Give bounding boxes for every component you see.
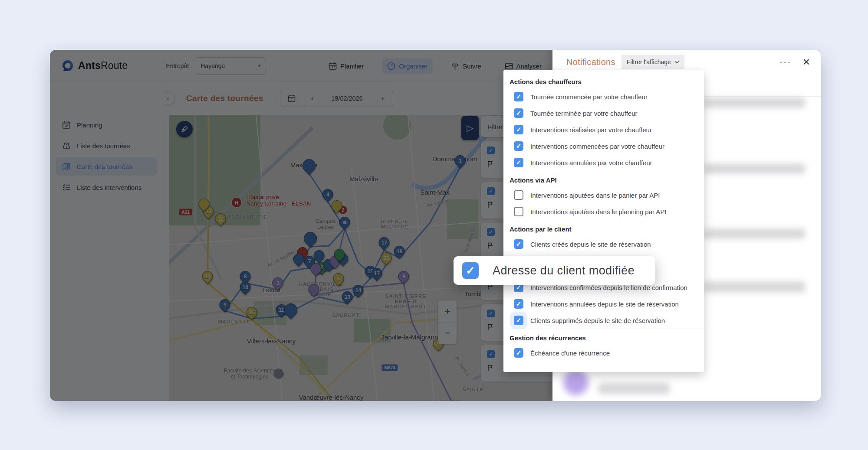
highlighted-option-callout[interactable]: ✓ Adresse du client modifiée <box>454 256 655 285</box>
dropdown-section-title: Actions par le client <box>503 222 704 236</box>
notification-placeholder <box>598 383 670 394</box>
option-label: Interventions ajoutées dans le panier pa… <box>530 192 660 199</box>
checked-checkbox[interactable]: ✓ <box>462 262 479 279</box>
notification-placeholder <box>703 281 805 293</box>
checked-checkbox[interactable]: ✓ <box>514 125 523 134</box>
notification-filter-option[interactable]: ✓Tournée commencée par votre chauffeur <box>503 88 704 105</box>
filter-display-label: Filtrer l'affichage <box>627 59 671 65</box>
app-window: AntsRoute Entrepôt Hayange ▾ Planifier O… <box>50 50 821 401</box>
checked-checkbox[interactable]: ✓ <box>514 239 523 249</box>
avatar <box>563 370 589 395</box>
checked-checkbox[interactable]: ✓ <box>514 299 523 309</box>
option-label: Interventions annulées par votre chauffe… <box>530 159 652 166</box>
checked-checkbox[interactable]: ✓ <box>514 108 523 118</box>
checked-checkbox[interactable]: ✓ <box>514 92 523 101</box>
more-options-button[interactable]: ··· <box>779 60 792 64</box>
option-label: Tournée terminée par votre chauffeur <box>530 110 638 117</box>
dropdown-section-title: Gestion des récurrences <box>503 331 704 345</box>
checked-checkbox[interactable]: ✓ <box>514 316 523 325</box>
checked-checkbox[interactable]: ✓ <box>514 348 523 358</box>
option-label: Interventions commencées par votre chauf… <box>530 143 664 150</box>
notification-placeholder <box>703 228 805 239</box>
option-label: Interventions confirmées depuis le lien … <box>530 284 687 291</box>
dropdown-section: Gestion des récurrences✓Échéance d'une r… <box>503 329 704 361</box>
notification-filter-option[interactable]: ✓Clients créés depuis le site de réserva… <box>503 236 704 252</box>
unchecked-checkbox[interactable] <box>514 207 523 216</box>
dropdown-section-title: Actions via API <box>503 173 704 187</box>
option-label: Interventions réalisées par votre chauff… <box>530 126 652 134</box>
page: AntsRoute Entrepôt Hayange ▾ Planifier O… <box>0 0 868 450</box>
option-label: Échéance d'une récurrence <box>530 349 610 357</box>
dropdown-section: Actions des chauffeurs✓Tournée commencée… <box>503 73 704 171</box>
dropdown-section: Actions via APIInterventions ajoutées da… <box>503 171 704 220</box>
notification-filter-option[interactable]: Interventions ajoutées dans le planning … <box>503 203 704 220</box>
option-label: Clients supprimés depuis le site de rése… <box>530 317 665 324</box>
notification-filter-option[interactable]: ✓Tournée terminée par votre chauffeur <box>503 105 704 121</box>
dropdown-section-title: Actions des chauffeurs <box>503 75 704 88</box>
notification-filter-option[interactable]: Interventions ajoutées dans le panier pa… <box>503 187 704 203</box>
notification-filter-option[interactable]: ✓Interventions annulées depuis le site d… <box>503 296 704 312</box>
notification-filter-dropdown: Actions des chauffeurs✓Tournée commencée… <box>503 70 704 372</box>
option-label: Clients créés depuis le site de réservat… <box>530 241 651 248</box>
notification-filter-option[interactable]: ✓Clients supprimés depuis le site de rés… <box>503 312 704 329</box>
notification-filter-option[interactable]: ✓Interventions réalisées par votre chauf… <box>503 121 704 138</box>
checked-checkbox[interactable]: ✓ <box>514 141 523 151</box>
option-label: Tournée commencée par votre chauffeur <box>530 93 648 101</box>
option-label: Interventions ajoutées dans le planning … <box>530 208 667 215</box>
close-icon[interactable]: × <box>803 57 810 67</box>
checked-checkbox[interactable]: ✓ <box>514 158 523 167</box>
option-label: Interventions annulées depuis le site de… <box>530 300 679 308</box>
notifications-title: Notifications <box>566 57 615 67</box>
notification-placeholder <box>703 98 805 108</box>
unchecked-checkbox[interactable] <box>514 190 523 200</box>
notification-filter-option[interactable]: ✓Interventions annulées par votre chauff… <box>503 154 704 171</box>
filter-display-button[interactable]: Filtrer l'affichage <box>621 55 684 69</box>
notification-filter-option[interactable]: ✓Interventions commencées par votre chau… <box>503 138 704 154</box>
highlighted-option-label: Adresse du client modifiée <box>493 264 635 277</box>
notification-filter-option[interactable]: ✓Échéance d'une récurrence <box>503 345 704 361</box>
chevron-down-icon <box>674 61 679 64</box>
notification-placeholder <box>703 163 805 174</box>
